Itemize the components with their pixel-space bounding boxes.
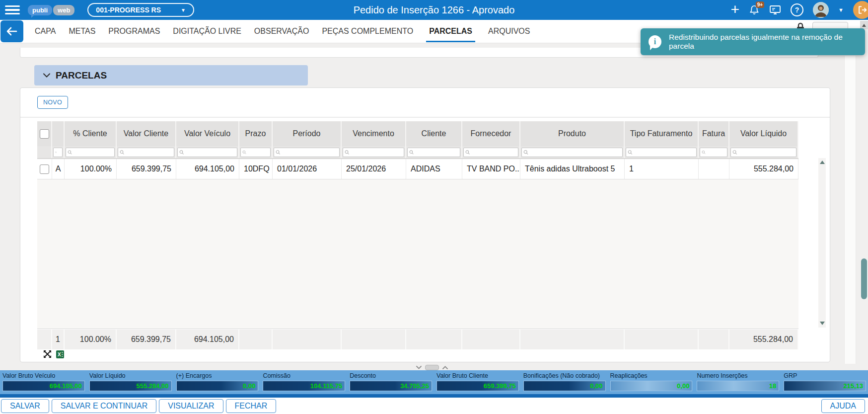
tab-arquivos[interactable]: ARQUIVOS [482,20,536,43]
column-header-col1[interactable] [52,121,65,146]
fechar-button[interactable]: FECHAR [226,399,277,413]
filter-text-col1[interactable] [58,149,62,156]
cell-col1: A [52,159,65,179]
filter-input-cliente[interactable] [66,148,115,157]
column-filter-col1[interactable] [52,146,65,158]
filter-text-cliente[interactable] [415,149,460,156]
column-filter-fatura[interactable] [699,146,729,158]
scroll-down-icon[interactable] [820,322,825,325]
column-filter-prazo[interactable] [239,146,273,158]
panel-resize-control[interactable] [416,365,448,370]
help-icon[interactable]: ? [791,3,803,16]
column-filter-valor-cliente[interactable] [117,146,176,158]
collapse-down-icon[interactable] [416,366,422,369]
filter-input-tipo-faturamento[interactable] [626,148,697,157]
column-filter-vencimento[interactable] [342,146,406,158]
filter-text-produto[interactable] [529,149,622,156]
tab-digitac-a-o-livre[interactable]: DIGITAÇÃO LIVRE [166,20,248,43]
tab-pec-as-complemento[interactable]: PEÇAS COMPLEMENTO [315,20,420,43]
filter-input-peri-odo[interactable] [274,148,340,157]
filter-input-col1[interactable] [53,148,63,157]
column-header-valor-cliente[interactable]: Valor Cliente [117,121,176,146]
column-header-fornecedor[interactable]: Fornecedor [462,121,520,146]
company-selector[interactable]: 001-PROGRESS RS ▼ [87,3,194,17]
filter-input-fatura[interactable] [700,148,727,157]
tab-capa[interactable]: CAPA [28,20,62,43]
content-area: PARCELAS NOVO % ClienteValor ClienteValo… [0,43,868,370]
export-excel-button[interactable]: X [56,350,64,358]
salvar-button[interactable]: SALVAR [1,399,49,413]
column-header-cliente[interactable]: % Cliente [65,121,117,146]
add-icon[interactable]: + [731,3,740,16]
column-header-cliente[interactable]: Cliente [406,121,462,146]
column-header-vencimento[interactable]: Vencimento [342,121,406,146]
filter-input-valor-li-quido[interactable] [730,148,796,157]
filter-input-valor-vei-culo[interactable] [177,148,237,157]
back-button[interactable] [0,20,23,42]
avatar[interactable] [813,2,829,18]
filter-text-fornecedor[interactable] [471,149,518,156]
scroll-up-icon[interactable] [820,161,825,164]
column-header-fatura[interactable]: Fatura [699,121,729,146]
table-row[interactable]: A100.00%659.399,75694.105,0010DFQ01/01/2… [37,159,798,179]
column-filter-produto[interactable] [520,146,625,158]
filter-text-valor-li-quido[interactable] [738,149,796,156]
filter-text-cliente[interactable] [73,149,114,156]
filter-text-valor-cliente[interactable] [125,149,174,156]
filter-input-prazo[interactable] [240,148,271,157]
column-filter-valor-vei-culo[interactable] [176,146,239,158]
resize-handle[interactable] [425,365,439,370]
cell-valor-cliente: 659.399,75 [117,159,176,179]
section-header-parcelas[interactable]: PARCELAS [34,65,308,85]
tab-parcelas[interactable]: PARCELAS [420,20,482,43]
column-filter-peri-odo[interactable] [273,146,342,158]
logo-web: web [53,5,74,15]
filter-input-fornecedor[interactable] [463,148,518,157]
filter-input-produto[interactable] [521,148,623,157]
select-all-header [37,121,52,146]
column-filter-tipo-faturamento[interactable] [625,146,699,158]
tab-metas[interactable]: METAS [62,20,102,43]
page-scrollbar[interactable] [860,21,868,369]
column-filter-cliente[interactable] [406,146,462,158]
row-checkbox[interactable] [40,165,49,174]
column-header-produto[interactable]: Produto [520,121,625,146]
notifications-bell-icon[interactable]: 9+ [749,4,760,15]
total-value-valor-bruto-vei-culo: 694.105,00 [2,381,85,391]
column-header-tipo-faturamento[interactable]: Tipo Faturamento [625,121,699,146]
filter-text-prazo[interactable] [247,149,270,156]
menu-icon[interactable] [5,5,20,15]
ajuda-button[interactable]: AJUDA [821,399,865,413]
column-filter-fornecedor[interactable] [462,146,520,158]
filter-text-peri-odo[interactable] [282,149,339,156]
monitor-icon[interactable] [769,4,781,15]
grid-vertical-scrollbar[interactable] [818,158,826,328]
column-header-prazo[interactable]: Prazo [239,121,273,146]
page-scrollbar-thumb[interactable] [861,258,867,299]
column-filter-cliente[interactable] [65,146,117,158]
select-all-checkbox[interactable] [40,129,49,139]
publiweb-logo: publi web [28,5,74,15]
column-header-valor-li-quido[interactable]: Valor Líquido [729,121,798,146]
filter-input-cliente[interactable] [407,148,460,157]
filter-text-vencimento[interactable] [351,149,404,156]
column-header-valor-vei-culo[interactable]: Valor Veículo [176,121,239,146]
filter-text-valor-vei-culo[interactable] [185,149,237,156]
filter-text-tipo-faturamento[interactable] [634,149,696,156]
filter-input-valor-cliente[interactable] [118,148,174,157]
visualizar-button[interactable]: VISUALIZAR [159,399,223,413]
salvar-e-continuar-button[interactable]: SALVAR E CONTINUAR [52,399,156,413]
logout-icon[interactable] [853,1,868,19]
total-label-valor-bruto-vei-culo: Valor Bruto Veículo [2,372,85,381]
tab-programas[interactable]: PROGRAMAS [102,20,166,43]
novo-button[interactable]: NOVO [37,96,68,109]
profile-chevron-down-icon[interactable]: ▼ [838,7,844,13]
collapse-up-icon[interactable] [442,366,448,369]
tab-observac-a-o[interactable]: OBSERVAÇÃO [248,20,316,43]
total-value-bonificac-o-es-na-o-cobrado: 0,00 [523,381,606,391]
filter-text-fatura[interactable] [707,149,727,156]
column-filter-valor-li-quido[interactable] [729,146,798,158]
expand-grid-button[interactable] [43,350,52,358]
filter-input-vencimento[interactable] [343,148,404,157]
column-header-peri-odo[interactable]: Período [273,121,342,146]
